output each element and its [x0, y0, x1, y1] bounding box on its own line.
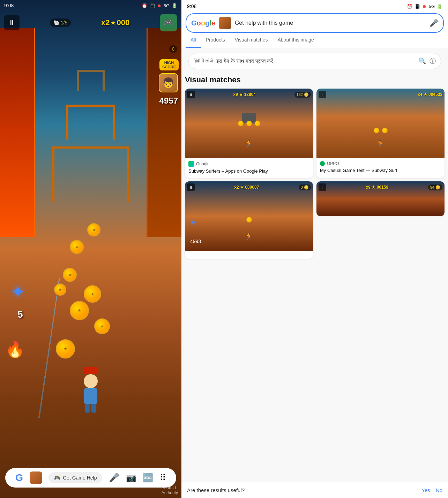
hindi-suggestion[interactable]: हिंदी में खोजें इस गेम के साथ मदद प्राप्…	[188, 53, 441, 69]
feedback-bar: Are these results useful? Yes No	[181, 482, 448, 498]
hindi-suggestion-text: इस गेम के साथ मदद प्राप्त करें	[216, 58, 415, 64]
match-card-2[interactable]: ⏸ x4 ★ 004533 🏃 OPPO	[316, 89, 445, 178]
game-character	[79, 369, 103, 404]
char-leg-right	[91, 404, 96, 413]
ss4-hud: ⏸ x9 ★ 00159 94 🪙	[319, 183, 442, 191]
gate-near	[52, 146, 129, 202]
coin-count-display: 0	[169, 45, 177, 53]
status-bar: 9:08 ⏰ 📳 ⏺ 5G 🔋	[0, 0, 181, 11]
player-avatar: 👦	[159, 73, 178, 92]
ss1-coin-3	[255, 121, 260, 126]
oppo-logo-icon	[320, 161, 325, 166]
feedback-yes-button[interactable]: Yes	[421, 487, 430, 493]
ss4-coins: 94 🪙	[428, 184, 442, 190]
pause-button[interactable]: ⏸	[4, 15, 20, 30]
tab-all[interactable]: All	[186, 33, 201, 48]
coin-3: ★	[84, 285, 101, 303]
match-card-3-info	[185, 251, 313, 259]
search-query-text: Get help with this game	[235, 20, 426, 26]
visual-matches-section: Visual matches ⏸ x9 ★ 12804 132 🪙	[181, 71, 448, 259]
right-status-icons: ⏰ 📳 ⏺ 5G 🔋	[407, 4, 442, 9]
search-bar-container: Google Get help with this game 🎤	[181, 10, 448, 33]
game-thumbnail-icon[interactable]	[30, 471, 42, 484]
high-score-label: HIGH	[162, 61, 176, 65]
ss2-coin-1	[374, 128, 379, 133]
ss3-score-display: 4993	[190, 239, 201, 244]
coin-6: ★	[70, 240, 84, 254]
voice-search-icon[interactable]: 🎤	[430, 19, 438, 27]
fireball-icon: 🔥	[5, 340, 25, 359]
match-card-1-source-name: Google	[196, 161, 210, 166]
mic-icon[interactable]: 🎤	[109, 473, 119, 483]
right-status-time: 9:08	[187, 3, 196, 9]
ss1-character: 🏃	[245, 139, 253, 148]
ss2-character: 🏃	[376, 139, 385, 148]
match-card-1[interactable]: ⏸ x9 ★ 12804 132 🪙 🏃	[185, 89, 313, 178]
match-card-2-source: OPPO	[320, 161, 441, 166]
character-hat	[83, 367, 98, 374]
battery-icon: 🔋	[172, 3, 177, 8]
tab-about-image[interactable]: About this image	[273, 33, 319, 48]
google-play-logo-icon	[188, 161, 194, 167]
powerup-number: 5	[17, 309, 23, 320]
coin-7: ★	[87, 223, 100, 236]
tab-products[interactable]: Products	[201, 33, 230, 48]
match-card-1-info: Google Subway Surfers – Apps on Google P…	[185, 158, 313, 178]
building-left	[0, 28, 35, 237]
record-icon: ⏺	[157, 3, 162, 8]
match-card-2-info: OPPO My Casual Game Test — Subway Surf	[316, 158, 445, 177]
hindi-help-icon[interactable]: ⓘ	[430, 57, 436, 65]
multiplier: x2	[101, 18, 110, 27]
get-game-help-button[interactable]: 🎮 Get Game Help	[48, 472, 102, 483]
status-icons: ⏰ 📳 ⏺ 5G 🔋	[142, 3, 177, 8]
match-card-1-source: Google	[188, 161, 309, 167]
right-status-bar: 9:08 ⏰ 📳 ⏺ 5G 🔋	[181, 0, 448, 10]
match-card-4[interactable]: ⏸ x9 ★ 00159 94 🪙	[316, 181, 445, 216]
right-alarm-icon: ⏰	[407, 4, 412, 9]
match-card-4-image: ⏸ x9 ★ 00159 94 🪙	[316, 181, 445, 216]
controller-icon[interactable]: 🎮	[160, 14, 177, 31]
grid-icon[interactable]: ⠿	[160, 473, 166, 483]
ss3-character: 🏃	[245, 232, 253, 241]
match-card-1-title: Subway Surfers – Apps on Google Play	[188, 168, 309, 174]
ss2-score: x4 ★ 004533	[418, 92, 442, 97]
hindi-label: हिंदी में खोजें	[194, 58, 213, 64]
lives-display: 🐚 1/5	[50, 18, 71, 27]
ss3-pause: ⏸	[187, 183, 195, 191]
match-card-1-image: ⏸ x9 ★ 12804 132 🪙 🏃	[185, 89, 313, 158]
camera-icon[interactable]: 📷	[126, 473, 136, 483]
watermark: AndroidAuthority	[162, 485, 178, 495]
ss1-pause: ⏸	[187, 91, 195, 98]
match-card-3[interactable]: ⏸ x2 ★ 000007 0 🪙 ✦ 4993 🏃	[185, 181, 313, 259]
shell-icon: 🐚	[53, 20, 59, 25]
status-time: 9:08	[4, 3, 14, 8]
feedback-buttons: Yes No	[421, 487, 442, 493]
feedback-no-button[interactable]: No	[436, 487, 442, 493]
gate-far	[77, 70, 105, 91]
translate-icon[interactable]: 🔤	[143, 473, 153, 483]
game-hud: 9:08 ⏰ 📳 ⏺ 5G 🔋 ⏸ 🐚 1/5 x2 ★ 000 🎮	[0, 0, 181, 34]
character-legs	[79, 404, 103, 413]
get-game-help-label: Get Game Help	[63, 475, 97, 481]
ss4-pause: ⏸	[319, 183, 326, 191]
ss3-coins: 0 🪙	[299, 184, 311, 190]
ss3-coins-row	[246, 217, 252, 222]
hindi-search-icon: 🔍	[418, 57, 426, 65]
coin-5: ★	[94, 318, 110, 334]
vibrate-icon: 📳	[149, 3, 155, 8]
alarm-icon: ⏰	[142, 3, 147, 8]
lives-count: 1/5	[61, 20, 67, 25]
ss1-coin-2	[246, 121, 252, 126]
ss1-coins: 132 🪙	[294, 92, 311, 98]
google-g-icon[interactable]: G	[15, 472, 23, 483]
search-game-thumbnail	[219, 17, 231, 29]
match-card-2-image: ⏸ x4 ★ 004533 🏃	[316, 89, 445, 158]
gamepad-icon: 🎮	[54, 475, 60, 481]
bottom-toolbar: G 🎮 Get Game Help 🎤 📷 🔤 ⠿	[5, 468, 176, 488]
feedback-question: Are these results useful?	[187, 487, 245, 493]
tab-visual-matches[interactable]: Visual matches	[230, 33, 273, 48]
scrollable-results[interactable]: हिंदी में खोजें इस गेम के साथ मदद प्राप्…	[181, 48, 448, 498]
search-bar[interactable]: Google Get help with this game 🎤	[186, 13, 444, 33]
ss2-pause: ⏸	[319, 91, 326, 98]
ss2-hud: ⏸ x4 ★ 004533	[319, 91, 442, 98]
